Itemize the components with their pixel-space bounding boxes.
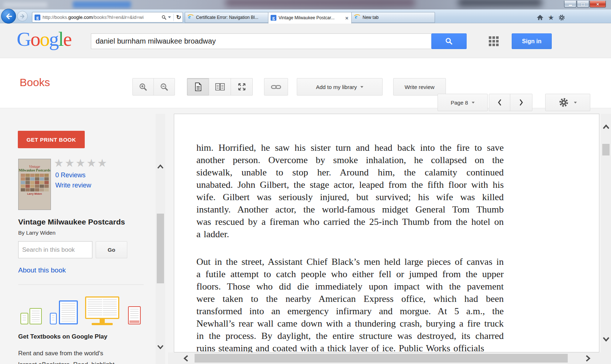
separator bbox=[173, 14, 174, 21]
sidebar-scroll-up-icon[interactable] bbox=[156, 163, 164, 171]
book-author-byline: By Larry Widen bbox=[18, 230, 56, 236]
sidebar-scroll-down-icon[interactable] bbox=[156, 343, 164, 351]
chevron-right-icon bbox=[518, 98, 524, 106]
restore-icon bbox=[581, 3, 585, 6]
restore-button[interactable] bbox=[577, 1, 589, 8]
gear-icon bbox=[559, 97, 569, 108]
promo-text-line2: largest eBookstore. Read, highlight bbox=[18, 361, 115, 364]
home-icon bbox=[536, 14, 544, 21]
reviews-count-link[interactable]: 0 Reviews bbox=[55, 171, 85, 179]
tools-button[interactable] bbox=[557, 13, 566, 21]
browser-tab-2[interactable]: gVintage Milwaukee Postcar...× bbox=[268, 12, 352, 24]
book-text-line: Out in the street, Assistant Chief Black… bbox=[196, 256, 504, 268]
zoom-in-button[interactable] bbox=[132, 78, 154, 96]
add-to-library-button[interactable]: Add to my library bbox=[297, 78, 383, 96]
single-page-view-button[interactable] bbox=[187, 78, 209, 96]
book-text-line: Newhall’s rear wall came down with a thu… bbox=[196, 318, 504, 330]
get-print-book-button[interactable]: GET PRINT BOOK bbox=[18, 131, 85, 148]
book-text-line: him. Horrified, he saw his sister turn a… bbox=[196, 142, 504, 154]
horizontal-scrollbar-thumb[interactable] bbox=[195, 354, 568, 363]
book-text-line: another person. Overcome by smoke inhala… bbox=[196, 154, 504, 166]
main-scrollbar-thumb[interactable] bbox=[602, 144, 610, 155]
get-link-button[interactable] bbox=[264, 78, 288, 96]
close-icon: × bbox=[596, 2, 599, 7]
about-this-book-link[interactable]: About this book bbox=[18, 266, 66, 274]
fullscreen-button[interactable] bbox=[231, 78, 253, 96]
main-scroll-up-icon[interactable] bbox=[602, 123, 610, 131]
minimize-button[interactable] bbox=[564, 1, 576, 8]
link-icon bbox=[271, 83, 281, 91]
book-text-line: sidewalk, unable to stop her. Around him… bbox=[196, 166, 504, 179]
back-button[interactable] bbox=[1, 9, 16, 24]
page-select-button[interactable]: Page 8 bbox=[438, 94, 488, 111]
chevron-down-icon bbox=[472, 102, 475, 104]
minimize-icon bbox=[569, 5, 572, 6]
main-scroll-down-icon[interactable] bbox=[602, 335, 610, 343]
apps-grid-icon[interactable] bbox=[489, 36, 499, 46]
next-page-button[interactable] bbox=[510, 94, 532, 111]
book-text-line: in the process. By daylight, the entire … bbox=[196, 330, 504, 342]
chevron-down-icon bbox=[360, 86, 363, 88]
search-input[interactable] bbox=[91, 33, 431, 49]
green-tablet-icon bbox=[29, 308, 42, 324]
promo-text-line1: Rent and save from the world's bbox=[18, 350, 103, 357]
add-to-library-label: Add to my library bbox=[316, 84, 357, 90]
favorites-button[interactable]: ★ bbox=[547, 13, 555, 21]
book-text-line: instantly. Another actor, the world-famo… bbox=[196, 203, 504, 216]
book-text-line: floors. Those who did die immediately up… bbox=[196, 280, 504, 293]
browser-tab-3[interactable]: eNew tab bbox=[351, 12, 435, 23]
write-review-button[interactable]: Write review bbox=[393, 78, 446, 96]
view-mode-group bbox=[187, 78, 253, 96]
tab-close-icon[interactable]: × bbox=[344, 15, 349, 21]
background-blur-dark bbox=[458, 0, 542, 7]
chevron-left-icon bbox=[497, 98, 503, 106]
zoom-in-icon bbox=[139, 82, 148, 92]
book-text-line: unabated. John Gilbert, the stage actor,… bbox=[196, 179, 504, 191]
desktop-background-strip bbox=[0, 0, 611, 9]
zoom-out-button[interactable] bbox=[153, 78, 175, 96]
gear-icon bbox=[558, 14, 565, 21]
chevron-down-icon bbox=[574, 102, 577, 104]
tab-title: Certificate Error: Navigation Bl... bbox=[196, 15, 266, 20]
fullscreen-icon bbox=[237, 82, 247, 92]
monitor-stand bbox=[100, 319, 105, 323]
google-favicon: g bbox=[35, 15, 40, 20]
cover-series-text: Vintage bbox=[19, 165, 51, 169]
book-cover-thumbnail[interactable]: Vintage Milwaukee Postcards Larry Widen bbox=[18, 159, 51, 210]
book-text-line: a ladder. bbox=[196, 228, 504, 240]
forward-arrow-icon bbox=[20, 13, 25, 19]
cover-postcard-grid bbox=[19, 174, 51, 191]
settings-button[interactable] bbox=[545, 94, 590, 111]
home-button[interactable] bbox=[536, 13, 544, 21]
zoom-out-icon bbox=[160, 82, 169, 92]
search-in-book-input[interactable] bbox=[18, 241, 92, 258]
close-button[interactable]: × bbox=[590, 1, 606, 8]
two-page-view-button[interactable] bbox=[209, 78, 231, 96]
logo-letter: o bbox=[31, 28, 40, 50]
previous-page-button[interactable] bbox=[489, 94, 510, 111]
address-bar[interactable]: g http://books.google.com/books?hl=en&lr… bbox=[32, 12, 183, 23]
tab-title: Vintage Milwaukee Postcar... bbox=[279, 15, 344, 20]
book-text-line: wife. Gilbert was seriously injured, but… bbox=[196, 191, 504, 203]
search-button[interactable] bbox=[431, 33, 467, 49]
browser-tab-1[interactable]: eCertificate Error: Navigation Bl... bbox=[185, 12, 268, 23]
forward-button[interactable] bbox=[17, 11, 28, 21]
search-icon bbox=[445, 37, 454, 46]
sidebar-scrollbar-thumb[interactable] bbox=[157, 214, 164, 283]
sign-in-button[interactable]: Sign in bbox=[512, 33, 552, 49]
cover-title-text: Milwaukee Postcards bbox=[19, 169, 51, 172]
ie-icon: e bbox=[187, 13, 194, 21]
go-button[interactable]: Go bbox=[96, 241, 127, 258]
horizontal-scroll-right-icon[interactable] bbox=[584, 354, 592, 362]
book-title: Vintage Milwaukee Postcards bbox=[18, 218, 125, 226]
refresh-icon[interactable]: ↻ bbox=[176, 15, 181, 20]
write-review-label: Write review bbox=[404, 84, 434, 90]
back-arrow-icon bbox=[5, 12, 13, 20]
book-text-line: a futile attempt to catch people who eit… bbox=[196, 268, 504, 280]
search-icon[interactable] bbox=[161, 15, 167, 20]
books-brand[interactable]: Books bbox=[20, 76, 50, 89]
write-review-link[interactable]: Write review bbox=[55, 182, 91, 189]
google-logo: Google bbox=[17, 29, 71, 49]
address-dropdown-icon[interactable] bbox=[168, 16, 171, 18]
horizontal-scroll-left-icon[interactable] bbox=[182, 354, 190, 362]
